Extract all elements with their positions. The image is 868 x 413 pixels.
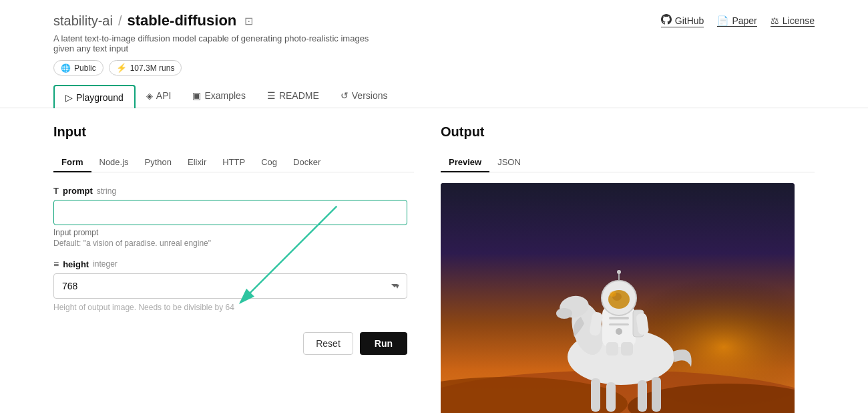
height-field-group: ≡ height integer 512 640 704 768 832 896… — [53, 259, 414, 312]
prompt-input[interactable] — [53, 200, 407, 225]
paper-label: Paper — [732, 15, 756, 26]
svg-rect-23 — [606, 342, 618, 356]
output-panel: Output Preview JSON — [441, 108, 815, 413]
versions-icon: ↺ — [341, 90, 349, 101]
input-tab-form[interactable]: Form — [53, 153, 91, 172]
tab-versions[interactable]: ↺ Versions — [330, 85, 399, 108]
tab-api[interactable]: ◈ API — [136, 85, 182, 108]
height-name: height — [63, 259, 89, 269]
svg-rect-11 — [591, 378, 600, 412]
output-image — [441, 183, 795, 413]
paper-icon: 📄 — [717, 15, 728, 26]
tab-examples[interactable]: ▣ Examples — [182, 85, 256, 108]
input-title: Input — [53, 124, 414, 140]
svg-point-27 — [616, 328, 622, 335]
prompt-default: Default: "a vision of paradise. unreal e… — [53, 239, 414, 248]
prompt-type-icon: T — [53, 186, 59, 196]
svg-rect-13 — [638, 380, 647, 412]
license-label: License — [783, 15, 815, 26]
fork-icon[interactable]: ⊡ — [244, 15, 253, 27]
runs-label: 107.3M runs — [130, 63, 175, 73]
examples-icon: ▣ — [192, 90, 201, 101]
readme-icon: ☰ — [267, 90, 276, 101]
nav-tabs: ▷ Playground ◈ API ▣ Examples ☰ README ↺… — [53, 85, 815, 108]
svg-point-29 — [617, 270, 621, 274]
runs-icon: ⚡ — [116, 63, 127, 73]
input-tab-python[interactable]: Python — [137, 153, 180, 172]
input-tab-http[interactable]: HTTP — [214, 153, 253, 172]
paper-link[interactable]: 📄 Paper — [717, 15, 756, 27]
prompt-label: T prompt string — [53, 186, 414, 196]
main-content: Input Form Node.js Python Elixir HTTP — [0, 108, 868, 413]
tab-readme[interactable]: ☰ README — [256, 85, 330, 108]
versions-label: Versions — [352, 90, 388, 101]
public-badge: 🌐 Public — [53, 60, 103, 76]
input-tab-docker[interactable]: Docker — [285, 153, 329, 172]
prompt-hint: Input prompt — [53, 228, 414, 237]
input-tabs: Form Node.js Python Elixir HTTP Cog — [53, 153, 414, 172]
input-panel: Input Form Node.js Python Elixir HTTP — [53, 108, 414, 413]
repo-name: stable-diffusion — [127, 12, 236, 29]
repo-title-row: stability-ai / stable-diffusion ⊡ GitHub… — [53, 12, 815, 29]
prompt-type: string — [97, 186, 116, 196]
form-actions: Reset Run — [53, 323, 407, 355]
input-tab-nodejs[interactable]: Node.js — [91, 153, 137, 172]
repo-title: stability-ai / stable-diffusion ⊡ — [53, 12, 253, 29]
repo-description: A latent text-to-image diffusion model c… — [53, 33, 387, 53]
svg-rect-14 — [652, 377, 661, 412]
header: stability-ai / stable-diffusion ⊡ GitHub… — [0, 0, 868, 108]
height-type-icon: ≡ — [53, 259, 59, 269]
output-tab-preview[interactable]: Preview — [441, 153, 489, 172]
height-type: integer — [93, 259, 118, 269]
license-icon: ⚖ — [771, 15, 779, 26]
page-wrapper: stability-ai / stable-diffusion ⊡ GitHub… — [0, 0, 868, 413]
svg-point-10 — [556, 308, 572, 319]
api-icon: ◈ — [146, 91, 153, 101]
svg-rect-25 — [609, 317, 629, 319]
header-links: GitHub 📄 Paper ⚖ License — [661, 14, 815, 27]
height-hint: Height of output image. Needs to be divi… — [53, 303, 407, 312]
readme-label: README — [279, 90, 319, 101]
api-label: API — [156, 90, 172, 101]
run-button[interactable]: Run — [360, 332, 407, 355]
svg-rect-24 — [621, 342, 633, 356]
svg-point-19 — [610, 291, 616, 297]
playground-label: Playground — [76, 92, 124, 103]
output-tabs: Preview JSON — [441, 153, 815, 172]
license-link[interactable]: ⚖ License — [771, 15, 815, 27]
output-title: Output — [441, 124, 815, 140]
playground-icon: ▷ — [65, 92, 73, 103]
height-select[interactable]: 512 640 704 768 832 896 960 1024 — [53, 273, 407, 299]
input-tab-elixir[interactable]: Elixir — [180, 153, 214, 172]
github-label: GitHub — [675, 15, 704, 26]
svg-rect-26 — [609, 323, 629, 325]
badges: 🌐 Public ⚡ 107.3M runs — [53, 60, 815, 76]
examples-label: Examples — [204, 90, 245, 101]
input-tab-cog[interactable]: Cog — [253, 153, 285, 172]
height-select-wrapper: 512 640 704 768 832 896 960 1024 ▾ — [53, 273, 407, 299]
tab-playground[interactable]: ▷ Playground — [53, 85, 136, 108]
runs-badge: ⚡ 107.3M runs — [109, 60, 182, 76]
public-label: Public — [74, 63, 96, 73]
repo-org: stability-ai — [53, 13, 113, 29]
github-link[interactable]: GitHub — [661, 14, 704, 27]
output-tab-json[interactable]: JSON — [489, 153, 529, 172]
height-label: ≡ height integer — [53, 259, 414, 269]
svg-rect-12 — [606, 382, 616, 412]
prompt-name: prompt — [63, 186, 93, 196]
github-icon — [661, 14, 672, 27]
public-icon: 🌐 — [61, 63, 71, 73]
repo-slash: / — [118, 13, 122, 29]
reset-button[interactable]: Reset — [303, 332, 353, 355]
prompt-field-group: T prompt string Input prompt Default: "a… — [53, 186, 414, 248]
